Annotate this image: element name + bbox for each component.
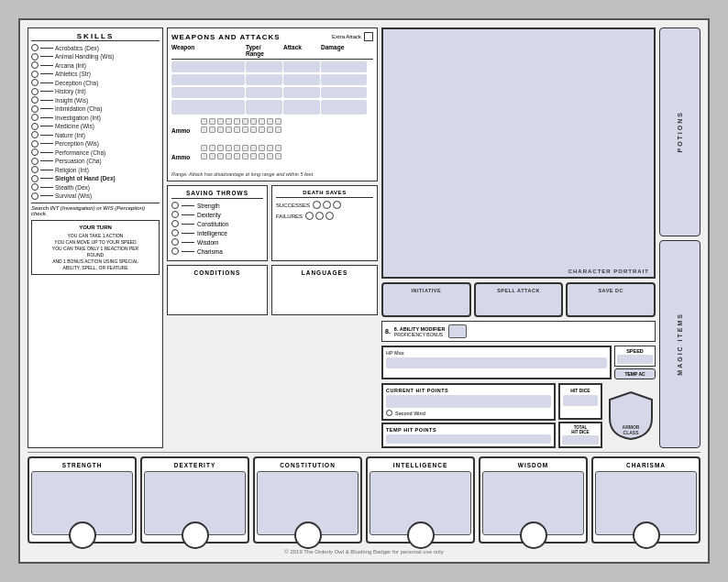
ability-dexterity: DEXTERITY [140,456,249,544]
saving-throws-box: SAVING THROWS Strength Dexterity [167,185,268,261]
skill-circle[interactable] [31,158,39,165]
combat-stats-row: INITIATIVE SPELL ATTACK SAVE DC [381,282,656,317]
save-circle[interactable] [171,220,179,227]
weapon-damage-2[interactable] [321,74,367,85]
success-circle-2[interactable] [323,201,331,209]
weapon-row-3[interactable] [171,87,373,98]
save-circle[interactable] [171,211,179,218]
weapon-attack-1[interactable] [283,61,320,72]
middle-column: WEAPONS AND ATTACKS Extra Attack Weapon … [167,27,378,448]
failure-circle-1[interactable] [305,212,314,220]
ability-charisma: CHARISMA [591,456,700,544]
skill-circle[interactable] [31,88,39,95]
save-dexterity: Dexterity [171,211,263,218]
skill-circle[interactable] [31,166,39,173]
weapon-damage-1[interactable] [321,61,367,72]
skill-circle[interactable] [31,79,39,86]
temp-hp-box: TEMP HIT POINTS [381,423,556,448]
skills-header: SKILLS [31,32,160,41]
weapon-name-1[interactable] [171,61,245,72]
weapon-attack-3[interactable] [283,87,320,98]
skill-stealth: Stealth (Dex) [31,183,160,191]
hit-dice-value[interactable] [563,395,598,406]
success-circle-3[interactable] [333,201,341,209]
constitution-mod[interactable] [294,522,322,549]
weapon-row-2[interactable] [171,74,373,85]
total-hit-dice-value[interactable] [562,435,599,445]
skill-modifier [40,160,53,161]
skill-modifier [40,65,53,66]
skill-circle[interactable] [31,96,39,104]
weapon-name-4[interactable] [171,100,245,115]
current-hp-row: CURRENT HIT POINTS Second Wind TEMP HIT … [381,383,656,448]
cond-lang-row: CONDITIONS LANGUAGES [167,265,378,315]
skills-column: SKILLS Acrobatics (Dex) Animal Handling … [28,27,163,448]
strength-mod[interactable] [69,522,96,549]
skill-circle[interactable] [31,123,39,130]
skill-circle[interactable] [31,114,39,121]
temp-hp-value[interactable] [386,434,551,444]
languages-box: LANGUAGES [271,265,378,315]
skill-circle[interactable] [31,61,39,69]
save-dc-value[interactable] [571,293,650,312]
skill-circle[interactable] [31,105,39,113]
weapon-range-4[interactable] [246,100,282,115]
skill-circle[interactable] [31,140,39,148]
skill-circle[interactable] [31,183,39,191]
skill-deception: Deception (Cha) [31,79,160,86]
skill-arcana: Arcana (Int) [31,61,160,69]
hp-max-value[interactable] [386,357,607,368]
extra-attack: Extra Attack [332,32,373,41]
skill-circle[interactable] [31,53,39,60]
proficiency-bonus-value[interactable] [448,324,467,338]
hit-dice-col: HIT DICE TOTAL HIT DICE [558,383,602,448]
intelligence-mod[interactable] [407,522,435,549]
weapon-range-3[interactable] [246,87,282,98]
save-circle[interactable] [171,238,179,246]
skill-circle[interactable] [31,175,39,182]
weapon-row-4[interactable] [171,100,373,115]
skill-animal-handling: Animal Handling (Wis) [31,53,160,60]
current-hp-value[interactable] [386,395,551,408]
weapon-range-1[interactable] [246,61,282,72]
skill-circle[interactable] [31,192,39,200]
save-circle[interactable] [171,247,179,255]
skill-circle[interactable] [31,148,39,156]
saves-row: SAVING THROWS Strength Dexterity [167,185,378,261]
save-dc-box: SAVE DC [566,282,656,317]
weapon-name-3[interactable] [171,87,245,98]
ammo-dots-2 [201,145,282,169]
extra-attack-checkbox[interactable] [364,32,373,41]
failure-circle-3[interactable] [325,212,334,220]
charisma-mod[interactable] [633,522,660,549]
save-circle[interactable] [171,229,179,236]
skill-circle[interactable] [31,71,39,78]
skill-modifier [40,91,53,92]
ability-mod-row: 8. 8. ABILITY MODIFIER PROFICIENCY BONUS [381,321,656,342]
portrait-box: CHARACTER PORTRAIT [381,27,656,279]
weapon-attack-2[interactable] [283,74,320,85]
skill-modifier [40,73,53,74]
dexterity-mod[interactable] [182,522,209,549]
right-center-column: CHARACTER PORTRAIT INITIATIVE SPELL ATTA… [381,27,656,448]
ability-strength: STRENGTH [28,456,137,544]
skill-circle[interactable] [31,44,39,51]
weapon-attack-4[interactable] [283,100,320,115]
save-circle[interactable] [171,202,179,209]
skill-modifier [40,178,53,179]
spell-attack-value[interactable] [480,293,558,312]
failure-circle-2[interactable] [315,212,324,220]
initiative-value[interactable] [387,293,466,312]
weapon-range-2[interactable] [246,74,282,85]
weapon-row-1[interactable] [171,61,373,72]
skill-circle[interactable] [31,131,39,138]
weapon-damage-3[interactable] [321,87,367,98]
armor-class-container: ARMOR CLASS [605,383,656,448]
speed-value[interactable] [617,355,653,364]
success-circle-1[interactable] [313,201,321,209]
ability-wisdom: WISDOM [479,456,588,544]
wisdom-mod[interactable] [520,522,547,549]
speed-box: SPEED [614,346,656,367]
weapon-damage-4[interactable] [321,100,367,115]
weapon-name-2[interactable] [171,74,245,85]
